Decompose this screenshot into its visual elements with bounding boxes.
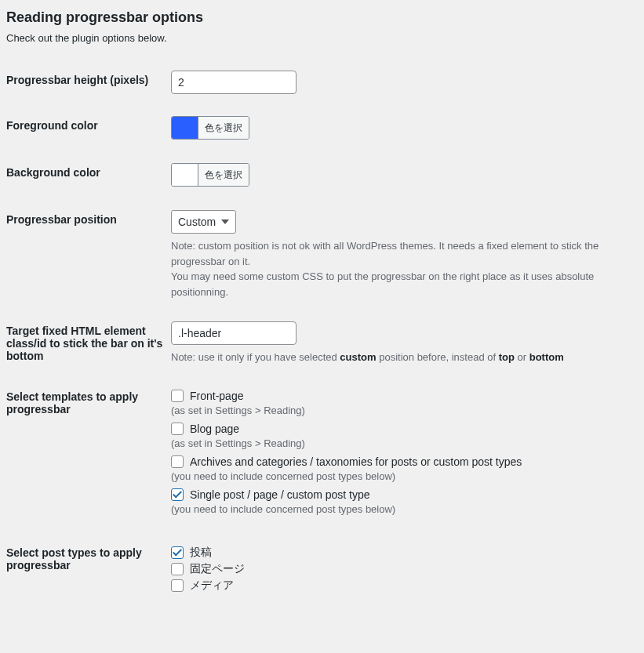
posttype-media-label: メディア bbox=[190, 579, 234, 593]
posttype-post-label: 投稿 bbox=[190, 546, 212, 560]
background-color-picker[interactable]: 色を選択 bbox=[171, 163, 249, 187]
template-blog-hint: (as set in Settings > Reading) bbox=[171, 437, 630, 449]
template-single-checkbox[interactable] bbox=[171, 488, 184, 501]
target-note: Note: use it only if you have selected c… bbox=[171, 350, 630, 365]
template-frontpage-checkbox[interactable] bbox=[171, 390, 184, 402]
template-blog-label: Blog page bbox=[190, 423, 239, 435]
foreground-color-button-label: 色を選択 bbox=[198, 117, 249, 139]
position-note-1: Note: custom position is not ok with all… bbox=[171, 238, 630, 269]
template-archives-label: Archives and categories / taxonomies for… bbox=[190, 455, 522, 468]
position-select[interactable]: Custom bbox=[171, 210, 236, 234]
page-title: Reading progressbar options bbox=[6, 9, 638, 26]
posttype-page-label: 固定ページ bbox=[190, 562, 245, 576]
label-foreground: Foreground color bbox=[6, 105, 171, 152]
template-blog-checkbox[interactable] bbox=[171, 423, 184, 435]
label-templates: Select templates to apply progressbar bbox=[6, 376, 171, 532]
background-swatch bbox=[172, 164, 198, 186]
label-posttypes: Select post types to apply progressbar bbox=[6, 532, 171, 606]
template-archives-hint: (you need to include concerned post type… bbox=[171, 470, 630, 482]
template-single-hint: (you need to include concerned post type… bbox=[171, 503, 630, 515]
height-input[interactable] bbox=[171, 71, 297, 94]
target-input[interactable] bbox=[171, 321, 297, 345]
posttypes-group: 投稿 固定ページ メディア bbox=[171, 532, 638, 606]
template-archives-checkbox[interactable] bbox=[171, 455, 184, 468]
template-single-label: Single post / page / custom post type bbox=[190, 488, 370, 501]
template-frontpage-label: Front-page bbox=[190, 390, 243, 402]
background-color-button-label: 色を選択 bbox=[198, 164, 249, 186]
foreground-color-picker[interactable]: 色を選択 bbox=[171, 116, 249, 140]
posttype-page-checkbox[interactable] bbox=[171, 563, 184, 575]
label-background: Background color bbox=[6, 152, 171, 199]
template-frontpage-hint: (as set in Settings > Reading) bbox=[171, 404, 630, 416]
posttype-media-checkbox[interactable] bbox=[171, 579, 184, 592]
label-height: Progressbar height (pixels) bbox=[6, 60, 171, 105]
templates-group: Front-page (as set in Settings > Reading… bbox=[171, 376, 638, 532]
label-target: Target fixed HTML element class/id to st… bbox=[6, 310, 171, 376]
posttype-post-checkbox[interactable] bbox=[171, 546, 184, 559]
foreground-swatch bbox=[172, 117, 198, 139]
label-position: Progressbar position bbox=[6, 199, 171, 310]
page-subtitle: Check out the plugin options below. bbox=[6, 32, 638, 44]
position-note-2: You may need some custom CSS to put the … bbox=[171, 269, 630, 299]
settings-table: Progressbar height (pixels) Foreground c… bbox=[6, 60, 638, 606]
